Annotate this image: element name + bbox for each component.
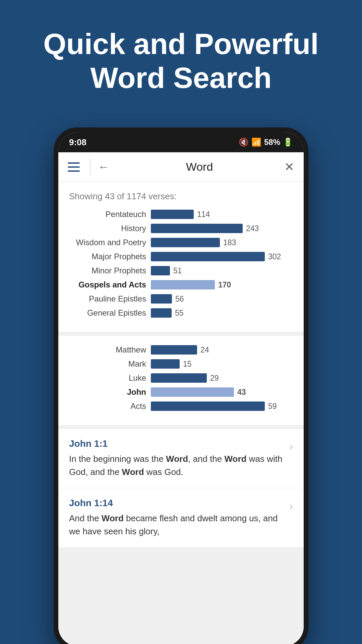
chart-row[interactable]: History243 — [69, 224, 293, 233]
bar — [151, 359, 180, 369]
result-reference: John 1:1 — [69, 438, 285, 449]
chart-row[interactable]: Pentateuch114 — [69, 210, 293, 219]
chart-label: Luke — [69, 373, 146, 383]
chart-row[interactable]: Mark15 — [69, 359, 293, 369]
phone-wrapper: 9:08 🔇 📶 58% 🔋 ← Word ✕ Showin — [54, 127, 308, 644]
chart-label: Gospels and Acts — [69, 280, 146, 289]
bar — [151, 345, 197, 355]
bar — [151, 308, 172, 318]
bar-container: 24 — [151, 345, 293, 355]
chart-row[interactable]: John43 — [69, 387, 293, 397]
mute-icon: 🔇 — [239, 138, 249, 147]
bar-value: 51 — [173, 266, 182, 275]
time-display: 9:08 — [69, 137, 86, 148]
bar-value: 29 — [210, 374, 219, 383]
chart-row[interactable]: Wisdom and Poetry183 — [69, 238, 293, 247]
phone-screen: 9:08 🔇 📶 58% 🔋 ← Word ✕ Showin — [58, 132, 304, 644]
result-reference: John 1:14 — [69, 498, 285, 508]
result-content: John 1:1In the beginning was the Word, a… — [69, 438, 285, 479]
bar — [151, 280, 215, 289]
bar-value: 114 — [197, 210, 210, 219]
bar-container: 114 — [151, 210, 293, 219]
bar — [151, 252, 265, 261]
bar — [151, 294, 172, 304]
close-button[interactable]: ✕ — [284, 160, 294, 174]
chart-row[interactable]: Pauline Epistles56 — [69, 294, 293, 304]
bar — [151, 387, 234, 397]
result-arrow-icon: › — [289, 440, 293, 453]
bar-value: 55 — [175, 309, 184, 318]
app-bar-title: Word — [115, 160, 284, 173]
wifi-icon: 📶 — [251, 138, 261, 147]
bar-container: 51 — [151, 266, 293, 275]
result-arrow-icon: › — [289, 500, 293, 512]
bar-value: 43 — [237, 388, 246, 397]
sub-chart: Matthew24Mark15Luke29John43Acts59 — [69, 345, 293, 411]
chart-label: General Epistles — [69, 308, 146, 318]
chart-label: Matthew — [69, 345, 146, 355]
bar-value: 243 — [246, 224, 259, 233]
showing-text: Showing 43 of 1174 verses: — [69, 191, 293, 202]
chart-label: History — [69, 224, 146, 233]
battery-text: 58% — [264, 138, 280, 147]
result-item[interactable]: John 1:1In the beginning was the Word, a… — [58, 429, 304, 488]
bar-value: 56 — [175, 294, 184, 304]
bar-value: 170 — [218, 280, 231, 289]
bar-container: 243 — [151, 224, 293, 233]
bar-value: 59 — [268, 402, 277, 411]
bar-container: 183 — [151, 238, 293, 247]
bar — [151, 238, 220, 247]
status-bar: 9:08 🔇 📶 58% 🔋 — [58, 132, 304, 152]
bar-value: 15 — [183, 360, 192, 369]
sub-chart-card: Matthew24Mark15Luke29John43Acts59 — [58, 336, 304, 425]
bar-container: 59 — [151, 401, 293, 411]
bar — [151, 373, 207, 383]
chart-label: Acts — [69, 401, 146, 411]
result-text: In the beginning was the Word, and the W… — [69, 452, 285, 479]
bar-container: 302 — [151, 252, 293, 261]
app-bar: ← Word ✕ — [58, 152, 304, 182]
result-text: And the Word became flesh and dwelt amon… — [69, 512, 285, 538]
chart-row[interactable]: Luke29 — [69, 373, 293, 383]
back-button[interactable]: ← — [98, 160, 109, 173]
bar-value: 183 — [223, 238, 236, 247]
chart-row[interactable]: Acts59 — [69, 401, 293, 411]
main-chart: Pentateuch114History243Wisdom and Poetry… — [69, 210, 293, 318]
chart-label: Minor Prophets — [69, 266, 146, 275]
chart-row[interactable]: Matthew24 — [69, 345, 293, 355]
bar-container: 170 — [151, 280, 293, 289]
battery-icon: 🔋 — [283, 138, 293, 147]
chart-row[interactable]: Major Prophets302 — [69, 252, 293, 261]
hero-section: Quick and Powerful Word Search — [0, 0, 362, 108]
bar-value: 302 — [268, 252, 281, 261]
chart-row[interactable]: Minor Prophets51 — [69, 266, 293, 275]
chart-label: Wisdom and Poetry — [69, 238, 146, 247]
chart-label: John — [69, 387, 146, 397]
chart-label: Major Prophets — [69, 252, 146, 261]
chart-row[interactable]: Gospels and Acts170 — [69, 280, 293, 289]
main-chart-card: Showing 43 of 1174 verses: Pentateuch114… — [58, 182, 304, 332]
bar — [151, 266, 170, 275]
chart-row[interactable]: General Epistles55 — [69, 308, 293, 318]
bar-container: 29 — [151, 373, 293, 383]
bar-container: 15 — [151, 359, 293, 369]
menu-button[interactable] — [68, 160, 82, 174]
chart-label: Mark — [69, 359, 146, 369]
bar — [151, 210, 194, 219]
bar — [151, 224, 243, 233]
bar-value: 24 — [200, 345, 209, 355]
result-item[interactable]: John 1:14And the Word became flesh and d… — [58, 488, 304, 548]
result-content: John 1:14And the Word became flesh and d… — [69, 498, 285, 538]
content-area: Showing 43 of 1174 verses: Pentateuch114… — [58, 182, 304, 644]
hero-title: Quick and Powerful Word Search — [20, 27, 342, 95]
bar-container: 56 — [151, 294, 293, 304]
bar — [151, 401, 265, 411]
chart-label: Pentateuch — [69, 210, 146, 219]
bar-container: 55 — [151, 308, 293, 318]
chart-label: Pauline Epistles — [69, 294, 146, 304]
bar-container: 43 — [151, 387, 293, 397]
results-list: John 1:1In the beginning was the Word, a… — [58, 429, 304, 548]
